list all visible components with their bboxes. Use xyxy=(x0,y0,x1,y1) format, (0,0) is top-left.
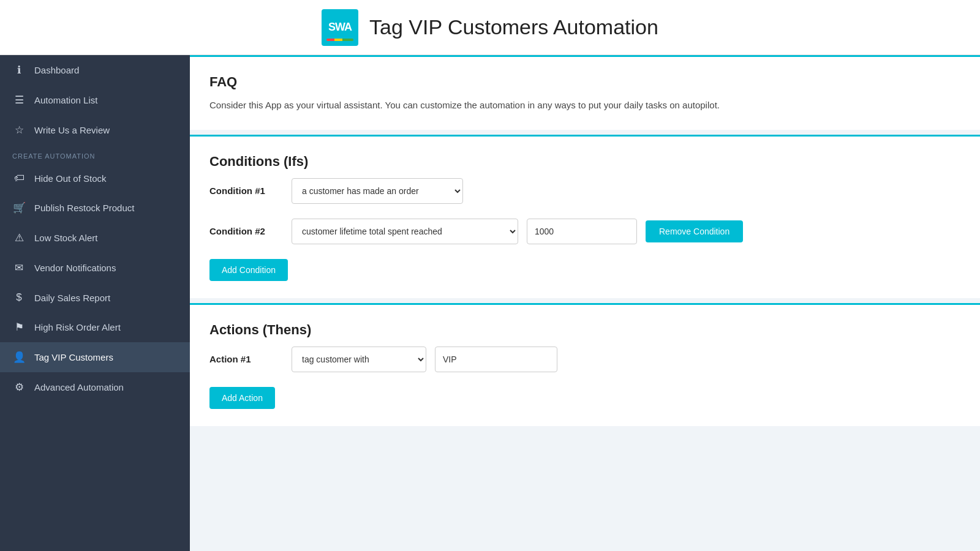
add-action-button[interactable]: Add Action xyxy=(209,387,275,409)
sidebar-label-high-risk-order: High Risk Order Alert xyxy=(34,322,121,332)
sidebar-item-write-review[interactable]: ☆ Write Us a Review xyxy=(0,115,190,145)
action-1-row: Action #1 tag customer with send email a… xyxy=(209,347,960,372)
sidebar-label-advanced-automation: Advanced Automation xyxy=(34,382,124,392)
sidebar-item-publish-restock[interactable]: 🛒 Publish Restock Product xyxy=(0,193,190,223)
condition-1-select[interactable]: a customer has made an order customer li… xyxy=(292,178,463,204)
flag-icon: ⚑ xyxy=(12,321,26,334)
actions-section: Actions (Thens) Action #1 tag customer w… xyxy=(190,303,980,426)
conditions-section: Conditions (Ifs) Condition #1 a customer… xyxy=(190,135,980,298)
conditions-title: Conditions (Ifs) xyxy=(209,154,960,170)
warning-icon: ⚠ xyxy=(12,231,26,244)
faq-section: FAQ Consider this App as your virtual as… xyxy=(190,55,980,130)
star-icon: ☆ xyxy=(12,124,26,137)
sidebar-item-vendor-notifications[interactable]: ✉ Vendor Notifications xyxy=(0,253,190,283)
sidebar-item-tag-vip[interactable]: 👤 Tag VIP Customers xyxy=(0,342,190,372)
sidebar-label-publish-restock: Publish Restock Product xyxy=(34,203,134,213)
sidebar-label-write-review: Write Us a Review xyxy=(34,125,110,135)
sidebar-item-advanced-automation[interactable]: ⚙ Advanced Automation xyxy=(0,372,190,402)
app-logo: SWA xyxy=(322,9,358,46)
tag-icon: 🏷 xyxy=(12,172,26,184)
info-icon: ℹ xyxy=(12,64,26,77)
action-1-tag-input[interactable] xyxy=(435,347,557,372)
sidebar-item-high-risk-order[interactable]: ⚑ High Risk Order Alert xyxy=(0,312,190,342)
layout: ℹ Dashboard ☰ Automation List ☆ Write Us… xyxy=(0,55,980,551)
faq-title: FAQ xyxy=(209,74,960,90)
list-icon: ☰ xyxy=(12,94,26,107)
sidebar-label-hide-out-of-stock: Hide Out of Stock xyxy=(34,173,107,184)
create-automation-label: CREATE AUTOMATION xyxy=(0,145,190,163)
sidebar-item-dashboard[interactable]: ℹ Dashboard xyxy=(0,55,190,85)
sidebar-label-dashboard: Dashboard xyxy=(34,65,79,75)
remove-condition-button[interactable]: Remove Condition xyxy=(646,220,743,242)
condition-1-label: Condition #1 xyxy=(209,186,283,196)
sidebar: ℹ Dashboard ☰ Automation List ☆ Write Us… xyxy=(0,55,190,551)
condition-1-row: Condition #1 a customer has made an orde… xyxy=(209,178,960,204)
actions-title: Actions (Thens) xyxy=(209,322,960,338)
sidebar-label-automation-list: Automation List xyxy=(34,95,97,105)
action-1-select[interactable]: tag customer with send email add discoun… xyxy=(292,347,426,372)
condition-2-row: Condition #2 a customer has made an orde… xyxy=(209,219,960,244)
page-title: Tag VIP Customers Automation xyxy=(369,15,658,39)
header: SWA Tag VIP Customers Automation xyxy=(0,0,980,55)
sidebar-label-vendor-notifications: Vendor Notifications xyxy=(34,263,116,273)
gear-icon: ⚙ xyxy=(12,381,26,394)
condition-2-label: Condition #2 xyxy=(209,226,283,236)
cart-icon: 🛒 xyxy=(12,201,26,214)
user-icon: 👤 xyxy=(12,351,26,364)
sidebar-item-hide-out-of-stock[interactable]: 🏷 Hide Out of Stock xyxy=(0,163,190,193)
main-content: FAQ Consider this App as your virtual as… xyxy=(190,55,980,551)
faq-description: Consider this App as your virtual assist… xyxy=(209,99,960,113)
sidebar-item-daily-sales-report[interactable]: $ Daily Sales Report xyxy=(0,283,190,312)
add-condition-button[interactable]: Add Condition xyxy=(209,259,288,281)
sidebar-label-daily-sales-report: Daily Sales Report xyxy=(34,293,110,303)
sidebar-label-tag-vip: Tag VIP Customers xyxy=(34,352,113,362)
mail-icon: ✉ xyxy=(12,261,26,274)
condition-2-select[interactable]: a customer has made an order customer li… xyxy=(292,219,518,244)
sidebar-item-automation-list[interactable]: ☰ Automation List xyxy=(0,85,190,115)
dollar-icon: $ xyxy=(12,291,26,304)
logo-text: SWA xyxy=(328,21,352,34)
sidebar-label-low-stock-alert: Low Stock Alert xyxy=(34,233,97,243)
action-1-label: Action #1 xyxy=(209,354,283,364)
condition-2-value-input[interactable] xyxy=(527,219,637,244)
sidebar-item-low-stock-alert[interactable]: ⚠ Low Stock Alert xyxy=(0,223,190,253)
